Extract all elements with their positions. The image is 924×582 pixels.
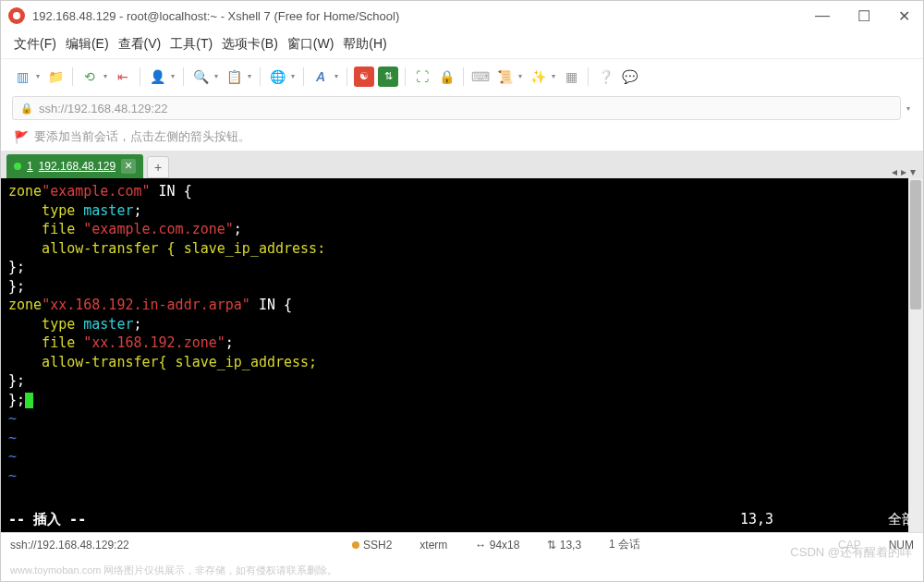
addressbar: 🔒 ssh://192.168.48.129:22 ▾ [1, 93, 923, 123]
font-icon[interactable]: A [310, 67, 331, 87]
hint-text: 要添加当前会话，点击左侧的箭头按钮。 [34, 128, 250, 145]
reconnect-icon[interactable]: ⟲ [79, 67, 100, 87]
titlebar: 192.168.48.129 - root@localhost:~ - Xshe… [1, 1, 923, 30]
xftp-icon[interactable]: ⇅ [378, 67, 398, 87]
tab-index: 1 [27, 160, 33, 173]
tabbar-menu-icon[interactable]: ▾ [910, 165, 916, 178]
menu-help[interactable]: 帮助(H) [343, 36, 386, 53]
profile-icon[interactable]: 👤 [147, 67, 167, 87]
scrollbar[interactable] [908, 178, 923, 532]
menubar: 文件(F) 编辑(E) 查看(V) 工具(T) 选项卡(B) 窗口(W) 帮助(… [1, 30, 923, 58]
tab-session[interactable]: 1 192.168.48.129 × [6, 154, 143, 178]
status-sessions: 1 会话 [609, 537, 640, 552]
proto-dot-icon [352, 541, 359, 549]
tabbar-left-icon[interactable]: ◂ [892, 165, 897, 178]
vim-extent: 全部 [860, 510, 916, 529]
flag-icon: 🚩 [14, 130, 29, 144]
terminal[interactable]: zone"example.com" IN { type master; file… [1, 178, 923, 532]
watermark: CSDN @还有醒着的咩 [790, 544, 912, 561]
open-icon[interactable]: 📁 [45, 67, 66, 87]
status-term: xterm [419, 539, 447, 552]
menu-tools[interactable]: 工具(T) [170, 36, 213, 53]
copy-icon[interactable]: 📋 [224, 67, 244, 87]
status-cursor: ⇅ 13,3 [547, 539, 581, 552]
add-tab-button[interactable]: + [147, 156, 169, 178]
cursor [25, 393, 33, 408]
address-dropdown-icon[interactable]: ▾ [906, 104, 910, 113]
xshell-icon[interactable]: ☯ [354, 67, 374, 87]
hintbar: 🚩 要添加当前会话，点击左侧的箭头按钮。 [1, 123, 923, 151]
script-icon[interactable]: 📜 [494, 67, 515, 87]
chat-icon[interactable]: 💬 [619, 67, 639, 87]
maximize-button[interactable]: ☐ [852, 6, 876, 27]
watermark-footer: www.toymoban.com 网络图片仅供展示，非存储，如有侵权请联系删除。 [10, 564, 337, 577]
vim-status: -- 插入 -- 13,3 全部 [8, 510, 916, 529]
disconnect-icon[interactable]: ⇤ [113, 67, 133, 87]
scrollbar-thumb[interactable] [910, 180, 921, 309]
status-size: ↔ 94x18 [475, 539, 519, 552]
address-text: ssh://192.168.48.129:22 [39, 102, 168, 115]
highlight-icon[interactable]: ✨ [528, 67, 548, 87]
menu-edit[interactable]: 编辑(E) [66, 36, 109, 53]
tabbar-right-icon[interactable]: ▸ [901, 165, 906, 178]
close-button[interactable]: ✕ [893, 6, 916, 27]
vim-mode: -- 插入 -- [8, 510, 740, 529]
keyboard-icon[interactable]: ⌨ [470, 67, 491, 87]
minimize-button[interactable]: — [809, 6, 835, 27]
help-icon[interactable]: ❔ [595, 67, 615, 87]
window-controls: — ☐ ✕ [809, 6, 916, 27]
menu-file[interactable]: 文件(F) [14, 36, 56, 53]
address-input[interactable]: 🔒 ssh://192.168.48.129:22 [12, 96, 901, 120]
menu-tabs[interactable]: 选项卡(B) [222, 36, 278, 53]
tab-label: 192.168.48.129 [39, 160, 116, 173]
layout-icon[interactable]: ▦ [561, 67, 581, 87]
status-ssh: ssh://192.168.48.129:22 [10, 539, 324, 552]
toolbar: ▥▾ 📁 ⟲▾ ⇤ 👤▾ 🔍▾ 📋▾ 🌐▾ A▾ ☯ ⇅ ⛶ 🔒 ⌨ 📜▾ ✨▾… [1, 58, 923, 93]
statusbar: ssh://192.168.48.129:22 SSH2 xterm ↔ 94x… [1, 532, 923, 556]
status-dot-icon [14, 163, 21, 170]
tab-close-icon[interactable]: × [121, 159, 136, 174]
app-icon [8, 7, 25, 24]
tabbar: 1 192.168.48.129 × + ◂ ▸ ▾ [1, 151, 923, 178]
new-session-icon[interactable]: ▥ [12, 67, 32, 87]
lock-small-icon: 🔒 [20, 103, 33, 115]
window-title: 192.168.48.129 - root@localhost:~ - Xshe… [32, 9, 809, 23]
vim-position: 13,3 [740, 510, 860, 529]
status-protocol: SSH2 [352, 539, 392, 552]
lock-icon[interactable]: 🔒 [436, 67, 456, 87]
fullscreen-icon[interactable]: ⛶ [412, 67, 432, 87]
menu-window[interactable]: 窗口(W) [287, 36, 334, 53]
menu-view[interactable]: 查看(V) [118, 36, 162, 53]
search-icon[interactable]: 🔍 [190, 67, 211, 87]
globe-icon[interactable]: 🌐 [267, 67, 287, 87]
